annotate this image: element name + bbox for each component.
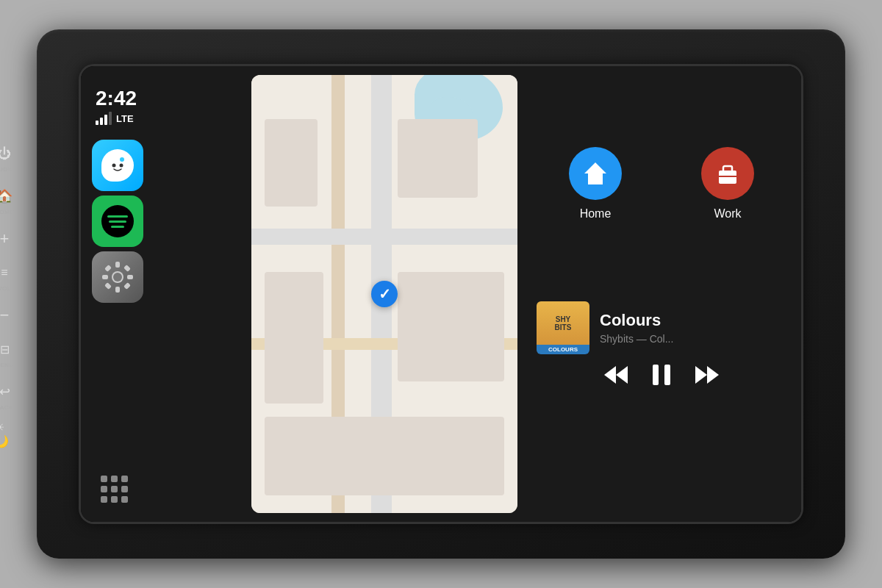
signal-row: LTE [96, 112, 228, 125]
music-text: Colours Shybits — Col... [600, 311, 673, 345]
home-house-svg [581, 159, 610, 188]
spotify-line-1 [107, 215, 128, 218]
spotify-line-2 [109, 220, 126, 223]
minus-icon: − [0, 305, 15, 326]
power-icon: ⏻ [0, 143, 15, 164]
map-road-horizontal-1 [251, 229, 517, 245]
svg-point-0 [107, 156, 128, 175]
audio-button[interactable]: ⏻ AUDIO [0, 143, 15, 173]
vol-label: VOL [0, 285, 11, 292]
dot-6 [121, 486, 128, 492]
signal-bar-1 [96, 121, 98, 125]
svg-marker-22 [695, 366, 707, 384]
waze-app-icon[interactable] [92, 140, 143, 191]
music-info: SHY BITS COLOURS Colours Shybits — Col..… [537, 301, 786, 354]
app-list [88, 140, 235, 467]
settings-gear-svg [101, 260, 135, 294]
signal-bar-3 [104, 115, 107, 125]
svg-marker-23 [707, 366, 719, 384]
status-bar: 2:42 LTE [88, 81, 235, 131]
svg-rect-7 [102, 275, 108, 279]
album-bottom: COLOURS [537, 345, 589, 354]
vol-down-button[interactable]: − [0, 305, 15, 326]
work-shortcut-label: Work [714, 207, 741, 220]
work-shortcut[interactable]: Work [701, 147, 754, 220]
spotify-logo [101, 205, 134, 237]
settings-app-icon[interactable] [92, 251, 143, 303]
home-button[interactable]: 🏠 HOME [0, 186, 15, 215]
map-background: ✓ [251, 75, 517, 513]
time-display: 2:42 [96, 87, 228, 110]
album-art: SHY BITS COLOURS [537, 301, 589, 354]
album-shy: SHY [556, 315, 571, 323]
pause-icon [651, 363, 672, 387]
home-phys-icon: 🏠 [0, 186, 15, 207]
sidebar: 2:42 LTE [81, 66, 243, 522]
map-panel[interactable]: ✓ [251, 75, 517, 513]
waze-face [101, 149, 134, 182]
map-block-4 [398, 272, 504, 381]
work-shortcut-icon [701, 147, 754, 200]
signal-bar-4 [109, 112, 112, 125]
dot-3 [121, 476, 128, 482]
svg-marker-14 [584, 162, 606, 184]
svg-point-2 [120, 164, 123, 168]
home-shortcut-label: Home [580, 207, 612, 220]
svg-rect-8 [127, 275, 133, 279]
svg-point-3 [120, 157, 124, 162]
back-button[interactable]: ↩ BACK [0, 381, 15, 411]
main-content: ✓ Home [243, 66, 801, 522]
svg-marker-19 [616, 366, 628, 384]
svg-rect-9 [104, 265, 112, 272]
spotify-line-3 [111, 226, 124, 228]
forward-icon [694, 365, 720, 385]
home-shortcut[interactable]: Home [569, 147, 622, 220]
svg-point-1 [112, 164, 116, 168]
map-block-2 [398, 119, 478, 198]
car-dashboard: ⏻ AUDIO 🏠 HOME + ≡ VOL − ⊟ MENU ↩ BACK ☀… [37, 29, 845, 559]
svg-rect-5 [115, 262, 120, 268]
dot-2 [111, 476, 118, 482]
app-grid-button[interactable] [88, 470, 140, 507]
svg-rect-6 [115, 287, 120, 293]
pause-button[interactable] [651, 363, 672, 387]
svg-rect-21 [664, 365, 670, 385]
svg-rect-20 [653, 365, 659, 385]
plus-icon: + [0, 229, 15, 249]
physical-controls: ⏻ AUDIO 🏠 HOME + ≡ VOL − ⊟ MENU ↩ BACK ☀… [0, 143, 15, 445]
back-label: BACK [0, 404, 13, 411]
back-icon: ↩ [0, 381, 15, 402]
dot-7 [101, 496, 107, 503]
music-title: Colours [600, 311, 673, 330]
vol-up-button[interactable]: + [0, 229, 15, 249]
waze-logo-svg [106, 154, 129, 177]
svg-point-13 [113, 273, 122, 282]
svg-rect-11 [104, 282, 112, 290]
dot-8 [111, 496, 118, 503]
map-block-3 [265, 272, 323, 404]
menu-icon: ⊟ [0, 339, 15, 359]
rewind-icon [603, 365, 629, 385]
menu-button[interactable]: ⊟ MENU [0, 339, 15, 368]
home-shortcut-icon [569, 147, 622, 200]
forward-button[interactable] [694, 365, 720, 385]
spotify-app-icon[interactable] [92, 196, 143, 247]
brightness-button[interactable]: ☀🌙 [0, 424, 15, 445]
svg-marker-18 [604, 366, 616, 384]
dot-9 [121, 496, 128, 503]
svg-rect-12 [123, 282, 131, 290]
music-subtitle: Shybits — Col... [600, 333, 673, 345]
checkmark-icon: ✓ [379, 285, 391, 303]
music-controls [537, 363, 786, 387]
vol-lines-icon: ≡ [0, 262, 15, 283]
work-briefcase-svg [713, 159, 742, 188]
vol-control: ≡ VOL [0, 262, 15, 292]
album-top: SHY BITS [537, 301, 589, 345]
rewind-button[interactable] [603, 365, 629, 385]
location-pin: ✓ [371, 281, 398, 307]
svg-rect-10 [123, 265, 131, 272]
dot-5 [111, 486, 118, 492]
album-bits: BITS [555, 323, 572, 331]
lte-label: LTE [116, 113, 134, 124]
svg-rect-16 [723, 166, 732, 172]
